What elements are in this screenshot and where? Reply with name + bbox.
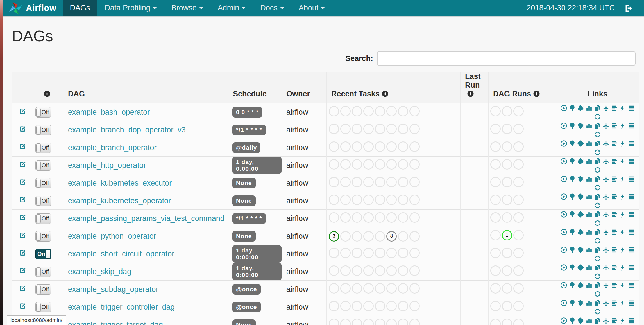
dag-link[interactable]: example_subdag_operator — [68, 285, 158, 294]
tree-view-icon[interactable] — [569, 122, 576, 129]
task-tries-icon[interactable] — [594, 229, 601, 236]
dag-run-circle[interactable] — [513, 230, 524, 240]
dag-run-circle[interactable] — [502, 248, 512, 258]
edit-dag-icon[interactable] — [19, 249, 26, 257]
code-view-icon[interactable] — [619, 122, 626, 129]
schedule-badge[interactable]: None — [232, 178, 256, 188]
dag-run-circle[interactable] — [490, 195, 501, 205]
task-state-circle[interactable] — [398, 283, 408, 294]
tree-view-icon[interactable] — [569, 246, 576, 253]
landing-times-icon[interactable] — [602, 122, 609, 129]
dag-run-circle[interactable] — [490, 230, 501, 240]
task-tries-icon[interactable] — [594, 158, 601, 165]
logs-icon[interactable] — [628, 264, 635, 271]
logs-icon[interactable] — [628, 282, 635, 289]
schedule-badge[interactable]: 1 day, 0:00:00 — [232, 157, 282, 174]
dag-run-circle[interactable] — [490, 141, 501, 152]
landing-times-icon[interactable] — [602, 299, 609, 306]
edit-dag-icon[interactable] — [19, 231, 26, 239]
task-state-circle[interactable] — [375, 283, 385, 294]
task-state-circle[interactable] — [363, 106, 374, 116]
schedule-badge[interactable]: */1 * * * * — [232, 125, 266, 135]
tree-view-icon[interactable] — [569, 193, 576, 200]
task-state-circle[interactable] — [375, 301, 385, 311]
edit-dag-icon[interactable] — [19, 214, 26, 221]
edit-dag-icon[interactable] — [19, 302, 26, 310]
refresh-icon[interactable] — [594, 166, 601, 173]
gantt-icon[interactable] — [611, 122, 618, 129]
dag-pause-toggle[interactable]: Off — [35, 107, 51, 118]
gantt-icon[interactable] — [611, 264, 618, 271]
landing-times-icon[interactable] — [602, 282, 609, 289]
task-state-circle[interactable] — [409, 195, 420, 205]
task-duration-icon[interactable] — [586, 229, 593, 236]
dag-pause-toggle[interactable]: Off — [35, 284, 51, 295]
task-state-circle[interactable] — [363, 124, 374, 134]
task-state-circle[interactable] — [386, 106, 397, 116]
edit-dag-icon[interactable] — [19, 143, 26, 150]
task-state-circle[interactable] — [363, 177, 374, 187]
task-state-circle[interactable] — [386, 159, 397, 170]
trigger-dag-icon[interactable] — [560, 317, 567, 324]
task-tries-icon[interactable] — [594, 282, 601, 289]
task-state-circle[interactable] — [398, 301, 408, 311]
dag-run-circle[interactable] — [513, 106, 524, 116]
refresh-icon[interactable] — [594, 220, 601, 227]
code-view-icon[interactable] — [619, 193, 626, 200]
dag-pause-toggle[interactable]: Off — [35, 213, 51, 224]
task-state-circle[interactable] — [340, 159, 351, 170]
edit-dag-icon[interactable] — [19, 285, 26, 292]
task-state-circle[interactable] — [329, 124, 339, 134]
code-view-icon[interactable] — [619, 211, 626, 218]
code-view-icon[interactable] — [619, 175, 626, 182]
task-duration-icon[interactable] — [586, 282, 593, 289]
dag-run-circle[interactable] — [513, 195, 524, 205]
dag-pause-toggle[interactable]: Off — [35, 143, 51, 153]
logs-icon[interactable] — [628, 158, 635, 165]
dag-run-circle[interactable] — [502, 195, 512, 205]
task-state-circle[interactable] — [409, 141, 420, 152]
code-view-icon[interactable] — [619, 282, 626, 289]
task-state-circle[interactable] — [329, 177, 339, 187]
refresh-icon[interactable] — [594, 113, 601, 120]
tree-view-icon[interactable] — [569, 229, 576, 236]
task-state-circle[interactable] — [398, 248, 408, 258]
tree-view-icon[interactable] — [569, 158, 576, 165]
sign-out-icon[interactable] — [624, 4, 633, 13]
nav-item-data-profiling[interactable]: Data Profiling — [97, 0, 164, 16]
task-state-circle[interactable] — [352, 283, 362, 294]
task-state-circle[interactable] — [340, 283, 351, 294]
dag-link[interactable]: example_kubernetes_operator — [68, 197, 171, 205]
graph-view-icon[interactable] — [577, 282, 584, 289]
dag-pause-toggle[interactable]: Off — [35, 196, 51, 206]
graph-view-icon[interactable] — [577, 211, 584, 218]
logs-icon[interactable] — [628, 317, 635, 324]
dag-run-circle[interactable] — [502, 106, 512, 116]
dag-run-circle[interactable] — [502, 124, 512, 134]
graph-view-icon[interactable] — [577, 246, 584, 253]
nav-item-about[interactable]: About — [291, 0, 332, 16]
tree-view-icon[interactable] — [569, 105, 576, 112]
dag-run-circle[interactable] — [502, 265, 512, 276]
trigger-dag-icon[interactable] — [560, 105, 567, 112]
graph-view-icon[interactable] — [577, 175, 584, 182]
task-state-circle[interactable] — [375, 159, 385, 170]
refresh-icon[interactable] — [594, 237, 601, 244]
trigger-dag-icon[interactable] — [560, 122, 567, 129]
task-tries-icon[interactable] — [594, 175, 601, 182]
refresh-icon[interactable] — [594, 149, 601, 156]
dag-run-circle[interactable] — [490, 319, 501, 325]
code-view-icon[interactable] — [619, 229, 626, 236]
task-tries-icon[interactable] — [594, 105, 601, 112]
task-state-circle[interactable] — [352, 301, 362, 311]
dag-pause-toggle[interactable]: Off — [35, 302, 51, 312]
schedule-badge[interactable]: 0 0 * * * — [232, 107, 262, 118]
tree-view-icon[interactable] — [569, 282, 576, 289]
dag-run-circle[interactable] — [513, 301, 524, 311]
dag-run-circle[interactable] — [513, 283, 524, 294]
gantt-icon[interactable] — [611, 299, 618, 306]
gantt-icon[interactable] — [611, 193, 618, 200]
dag-pause-toggle[interactable]: Off — [35, 160, 51, 171]
task-state-circle[interactable] — [375, 141, 385, 152]
edit-dag-icon[interactable] — [19, 107, 26, 115]
